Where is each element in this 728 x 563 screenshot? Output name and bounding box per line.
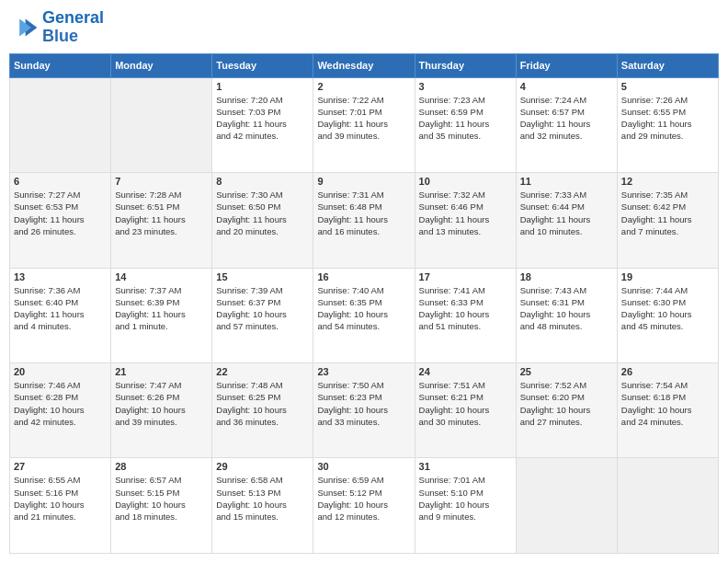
day-number: 24 (419, 366, 512, 377)
day-info: Sunrise: 7:50 AMSunset: 6:23 PMDaylight:… (317, 379, 410, 428)
day-number: 10 (419, 176, 512, 187)
calendar-cell: 11Sunrise: 7:33 AMSunset: 6:44 PMDayligh… (516, 173, 617, 268)
day-info: Sunrise: 7:28 AMSunset: 6:51 PMDaylight:… (115, 189, 208, 237)
day-info: Sunrise: 7:23 AMSunset: 6:59 PMDaylight:… (419, 94, 512, 143)
day-number: 23 (317, 366, 410, 377)
calendar-cell (111, 77, 212, 172)
day-header-monday: Monday (111, 53, 212, 77)
day-number: 28 (115, 461, 208, 472)
day-number: 4 (520, 81, 613, 92)
day-number: 22 (216, 366, 309, 377)
day-info: Sunrise: 7:44 AMSunset: 6:30 PMDaylight:… (621, 284, 714, 333)
calendar-cell: 24Sunrise: 7:51 AMSunset: 6:21 PMDayligh… (415, 363, 516, 458)
day-info: Sunrise: 7:27 AMSunset: 6:53 PMDaylight:… (14, 189, 107, 237)
calendar-cell: 10Sunrise: 7:32 AMSunset: 6:46 PMDayligh… (415, 173, 516, 268)
logo-text: General Blue (42, 9, 104, 46)
day-number: 18 (520, 271, 613, 282)
calendar-cell: 15Sunrise: 7:39 AMSunset: 6:37 PMDayligh… (212, 268, 313, 362)
day-number: 25 (520, 366, 613, 377)
week-row-2: 6Sunrise: 7:27 AMSunset: 6:53 PMDaylight… (10, 173, 719, 268)
day-info: Sunrise: 7:39 AMSunset: 6:37 PMDaylight:… (216, 284, 309, 333)
day-number: 27 (14, 461, 107, 472)
day-info: Sunrise: 7:32 AMSunset: 6:46 PMDaylight:… (419, 189, 512, 237)
day-number: 29 (216, 461, 309, 472)
day-info: Sunrise: 6:57 AMSunset: 5:15 PMDaylight:… (115, 474, 208, 523)
day-number: 30 (317, 461, 410, 472)
day-header-friday: Friday (516, 53, 617, 77)
calendar-cell: 6Sunrise: 7:27 AMSunset: 6:53 PMDaylight… (10, 173, 111, 268)
calendar-cell: 5Sunrise: 7:26 AMSunset: 6:55 PMDaylight… (617, 77, 718, 172)
day-number: 17 (419, 271, 512, 282)
day-number: 7 (115, 176, 208, 187)
calendar-cell: 20Sunrise: 7:46 AMSunset: 6:28 PMDayligh… (10, 363, 111, 458)
day-number: 19 (621, 271, 714, 282)
logo: General Blue (9, 9, 104, 46)
day-number: 11 (520, 176, 613, 187)
day-number: 3 (419, 81, 512, 92)
day-info: Sunrise: 7:52 AMSunset: 6:20 PMDaylight:… (520, 379, 613, 428)
day-number: 12 (621, 176, 714, 187)
calendar-cell (10, 77, 111, 172)
day-info: Sunrise: 7:35 AMSunset: 6:42 PMDaylight:… (621, 189, 714, 237)
calendar-cell: 2Sunrise: 7:22 AMSunset: 7:01 PMDaylight… (313, 77, 415, 172)
day-number: 9 (317, 176, 410, 187)
day-info: Sunrise: 6:55 AMSunset: 5:16 PMDaylight:… (14, 474, 107, 523)
day-number: 15 (216, 271, 309, 282)
day-number: 31 (419, 461, 512, 472)
day-info: Sunrise: 7:43 AMSunset: 6:31 PMDaylight:… (520, 284, 613, 333)
day-header-wednesday: Wednesday (313, 53, 415, 77)
day-number: 14 (115, 271, 208, 282)
calendar-cell: 14Sunrise: 7:37 AMSunset: 6:39 PMDayligh… (111, 268, 212, 362)
day-header-sunday: Sunday (10, 53, 111, 77)
day-number: 21 (115, 366, 208, 377)
calendar-cell: 3Sunrise: 7:23 AMSunset: 6:59 PMDaylight… (415, 77, 516, 172)
day-info: Sunrise: 7:26 AMSunset: 6:55 PMDaylight:… (621, 94, 714, 143)
week-row-1: 1Sunrise: 7:20 AMSunset: 7:03 PMDaylight… (10, 77, 719, 172)
calendar-cell: 4Sunrise: 7:24 AMSunset: 6:57 PMDaylight… (516, 77, 617, 172)
calendar-cell: 30Sunrise: 6:59 AMSunset: 5:12 PMDayligh… (313, 458, 415, 554)
day-info: Sunrise: 7:48 AMSunset: 6:25 PMDaylight:… (216, 379, 309, 428)
calendar-cell: 19Sunrise: 7:44 AMSunset: 6:30 PMDayligh… (617, 268, 718, 362)
day-info: Sunrise: 7:54 AMSunset: 6:18 PMDaylight:… (621, 379, 714, 428)
calendar-cell: 26Sunrise: 7:54 AMSunset: 6:18 PMDayligh… (617, 363, 718, 458)
calendar-cell: 18Sunrise: 7:43 AMSunset: 6:31 PMDayligh… (516, 268, 617, 362)
day-header-saturday: Saturday (617, 53, 718, 77)
day-info: Sunrise: 7:37 AMSunset: 6:39 PMDaylight:… (115, 284, 208, 333)
day-number: 13 (14, 271, 107, 282)
calendar-cell: 12Sunrise: 7:35 AMSunset: 6:42 PMDayligh… (617, 173, 718, 268)
calendar-cell: 25Sunrise: 7:52 AMSunset: 6:20 PMDayligh… (516, 363, 617, 458)
calendar-cell: 21Sunrise: 7:47 AMSunset: 6:26 PMDayligh… (111, 363, 212, 458)
calendar-cell: 16Sunrise: 7:40 AMSunset: 6:35 PMDayligh… (313, 268, 415, 362)
day-info: Sunrise: 7:47 AMSunset: 6:26 PMDaylight:… (115, 379, 208, 428)
day-number: 2 (317, 81, 410, 92)
day-header-thursday: Thursday (415, 53, 516, 77)
header-row: SundayMondayTuesdayWednesdayThursdayFrid… (10, 53, 719, 77)
page: General Blue SundayMondayTuesdayWednesda… (0, 0, 728, 563)
week-row-4: 20Sunrise: 7:46 AMSunset: 6:28 PMDayligh… (10, 363, 719, 458)
day-number: 6 (14, 176, 107, 187)
day-info: Sunrise: 7:33 AMSunset: 6:44 PMDaylight:… (520, 189, 613, 237)
calendar-cell: 1Sunrise: 7:20 AMSunset: 7:03 PMDaylight… (212, 77, 313, 172)
day-number: 26 (621, 366, 714, 377)
week-row-3: 13Sunrise: 7:36 AMSunset: 6:40 PMDayligh… (10, 268, 719, 362)
day-info: Sunrise: 7:40 AMSunset: 6:35 PMDaylight:… (317, 284, 410, 333)
day-info: Sunrise: 6:59 AMSunset: 5:12 PMDaylight:… (317, 474, 410, 523)
day-number: 1 (216, 81, 309, 92)
day-number: 16 (317, 271, 410, 282)
day-info: Sunrise: 7:31 AMSunset: 6:48 PMDaylight:… (317, 189, 410, 237)
logo-icon (9, 13, 39, 42)
day-info: Sunrise: 7:36 AMSunset: 6:40 PMDaylight:… (14, 284, 107, 333)
calendar-cell: 17Sunrise: 7:41 AMSunset: 6:33 PMDayligh… (415, 268, 516, 362)
day-info: Sunrise: 7:20 AMSunset: 7:03 PMDaylight:… (216, 94, 309, 143)
calendar-cell: 13Sunrise: 7:36 AMSunset: 6:40 PMDayligh… (10, 268, 111, 362)
calendar-cell: 9Sunrise: 7:31 AMSunset: 6:48 PMDaylight… (313, 173, 415, 268)
day-header-tuesday: Tuesday (212, 53, 313, 77)
day-info: Sunrise: 7:51 AMSunset: 6:21 PMDaylight:… (419, 379, 512, 428)
day-info: Sunrise: 7:01 AMSunset: 5:10 PMDaylight:… (419, 474, 512, 523)
day-info: Sunrise: 7:30 AMSunset: 6:50 PMDaylight:… (216, 189, 309, 237)
calendar-cell: 7Sunrise: 7:28 AMSunset: 6:51 PMDaylight… (111, 173, 212, 268)
calendar-cell: 31Sunrise: 7:01 AMSunset: 5:10 PMDayligh… (415, 458, 516, 554)
calendar-cell: 29Sunrise: 6:58 AMSunset: 5:13 PMDayligh… (212, 458, 313, 554)
calendar-cell: 22Sunrise: 7:48 AMSunset: 6:25 PMDayligh… (212, 363, 313, 458)
calendar-cell (516, 458, 617, 554)
